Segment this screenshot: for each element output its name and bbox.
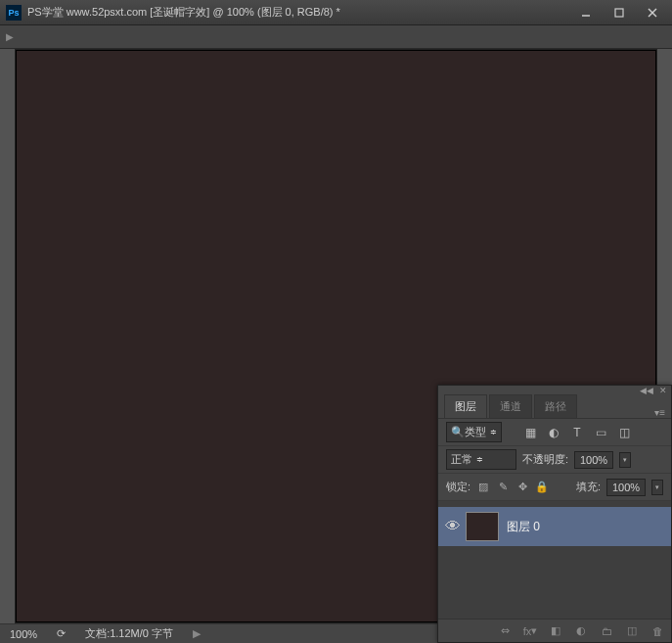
filter-adjustment-icon[interactable]: ◐: [545, 424, 562, 441]
panel-menu-icon[interactable]: ▾≡: [654, 407, 665, 418]
layer-filter-row: 🔍 类型 ≑ ▦ ◐ T ▭ ◫: [438, 419, 671, 446]
link-layers-icon[interactable]: ⇔: [497, 623, 513, 639]
sync-icon: ⟳: [47, 627, 75, 640]
new-layer-icon[interactable]: ◫: [624, 623, 640, 639]
filter-kind-dropdown[interactable]: 🔍 类型 ≑: [446, 422, 502, 442]
zoom-level[interactable]: 100%: [0, 628, 47, 640]
close-button[interactable]: [639, 3, 666, 23]
window-title: PS学堂 www.52psxt.com [圣诞帽字效] @ 100% (图层 0…: [27, 5, 572, 20]
lock-transparent-icon[interactable]: ▨: [476, 481, 490, 494]
layers-list: 👁 图层 0: [438, 501, 671, 619]
fill-label: 填充:: [576, 480, 601, 494]
chevron-right-icon: ▶: [6, 31, 14, 42]
document-tab-bar: ▶: [0, 25, 672, 49]
delete-icon[interactable]: 🗑: [650, 623, 665, 639]
fill-value[interactable]: 100%: [606, 479, 646, 496]
tab-paths[interactable]: 路径: [534, 394, 577, 418]
filter-smart-icon[interactable]: ◫: [615, 424, 633, 441]
layer-name[interactable]: 图层 0: [507, 519, 540, 535]
layer-thumbnail[interactable]: [466, 512, 499, 541]
adjustment-icon[interactable]: ◐: [573, 623, 589, 639]
lock-label: 锁定:: [446, 480, 470, 494]
lock-row: 锁定: ▨ ✎ ✥ 🔒 填充: 100% ▾: [438, 474, 671, 501]
minimize-button[interactable]: [572, 3, 600, 23]
filter-shape-icon[interactable]: ▭: [592, 424, 609, 441]
layer-row[interactable]: 👁 图层 0: [438, 507, 671, 546]
lock-position-icon[interactable]: ✥: [515, 481, 529, 494]
opacity-label: 不透明度:: [522, 452, 568, 467]
layers-footer: ⇔ fx▾ ◧ ◐ 🗀 ◫ 🗑: [438, 619, 671, 642]
doc-info: 文档:1.12M/0 字节: [75, 626, 183, 641]
search-icon: 🔍: [451, 426, 465, 438]
layers-panel: ◀◀ ✕ 图层 通道 路径 ▾≡ 🔍 类型 ≑ ▦ ◐ T ▭ ◫ 正常: [437, 385, 672, 643]
mask-icon[interactable]: ◧: [548, 623, 563, 639]
tab-layers[interactable]: 图层: [444, 394, 487, 418]
filter-type-icon[interactable]: T: [568, 424, 586, 441]
visibility-icon[interactable]: 👁: [444, 518, 462, 535]
panel-close-icon[interactable]: ✕: [659, 386, 667, 395]
blend-mode-dropdown[interactable]: 正常 ≑: [446, 449, 516, 470]
chevron-down-icon: ≑: [490, 428, 497, 436]
group-icon[interactable]: 🗀: [599, 623, 614, 639]
opacity-slider-toggle[interactable]: ▾: [619, 452, 631, 468]
maximize-button[interactable]: [605, 3, 633, 23]
collapse-icon[interactable]: ◀◀: [640, 386, 653, 395]
blend-mode-label: 正常: [451, 452, 472, 467]
blend-row: 正常 ≑ 不透明度: 100% ▾: [438, 446, 671, 474]
chevron-down-icon: ≑: [476, 455, 483, 464]
filter-kind-label: 类型: [465, 425, 486, 439]
lock-pixels-icon[interactable]: ✎: [496, 481, 510, 494]
tab-channels[interactable]: 通道: [489, 394, 532, 418]
fill-slider-toggle[interactable]: ▾: [651, 480, 663, 495]
titlebar: Ps PS学堂 www.52psxt.com [圣诞帽字效] @ 100% (图…: [0, 0, 672, 25]
lock-all-icon[interactable]: 🔒: [535, 481, 549, 494]
app-icon: Ps: [6, 5, 22, 21]
play-icon[interactable]: ▶: [183, 627, 210, 640]
opacity-value[interactable]: 100%: [574, 451, 613, 469]
svg-rect-1: [615, 9, 623, 17]
filter-pixel-icon[interactable]: ▦: [521, 424, 539, 441]
fx-icon[interactable]: fx▾: [522, 623, 538, 639]
